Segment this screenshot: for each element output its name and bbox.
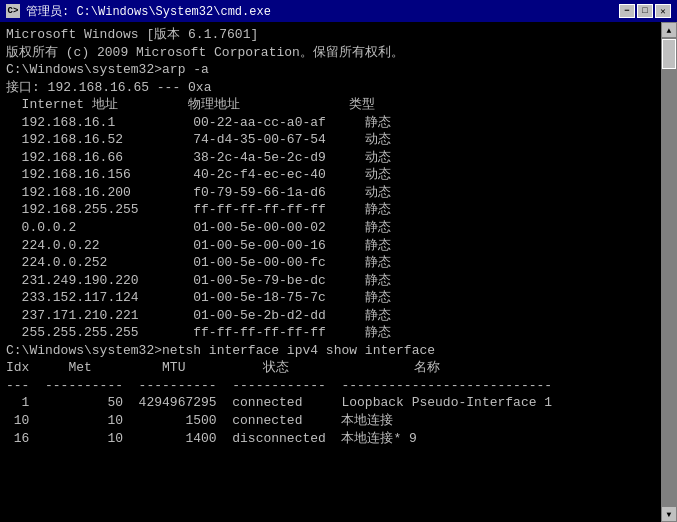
terminal-line: 接口: 192.168.16.65 --- 0xa (6, 79, 655, 97)
title-bar: C> 管理员: C:\Windows\System32\cmd.exe − □ … (0, 0, 677, 22)
terminal-line: Idx Met MTU 状态 名称 (6, 359, 655, 377)
terminal-line: 192.168.16.1 00-22-aa-cc-a0-af 静态 (6, 114, 655, 132)
terminal-line: --- ---------- ---------- ------------ -… (6, 377, 655, 395)
terminal-line: Microsoft Windows [版本 6.1.7601] (6, 26, 655, 44)
scrollbar[interactable]: ▲ ▼ (661, 22, 677, 522)
terminal-line: 192.168.255.255 ff-ff-ff-ff-ff-ff 静态 (6, 201, 655, 219)
title-bar-controls: − □ ✕ (619, 4, 671, 18)
scroll-thumb[interactable] (662, 39, 676, 69)
terminal-line: 10 10 1500 connected 本地连接 (6, 412, 655, 430)
terminal-line: 233.152.117.124 01-00-5e-18-75-7c 静态 (6, 289, 655, 307)
terminal-line: 版权所有 (c) 2009 Microsoft Corporation。保留所有… (6, 44, 655, 62)
terminal-line: 237.171.210.221 01-00-5e-2b-d2-dd 静态 (6, 307, 655, 325)
terminal-line: 192.168.16.52 74-d4-35-00-67-54 动态 (6, 131, 655, 149)
maximize-button[interactable]: □ (637, 4, 653, 18)
terminal-line: 192.168.16.200 f0-79-59-66-1a-d6 动态 (6, 184, 655, 202)
scroll-track (661, 38, 677, 506)
scroll-up-button[interactable]: ▲ (661, 22, 677, 38)
terminal-line: 224.0.0.22 01-00-5e-00-00-16 静态 (6, 237, 655, 255)
terminal-line: 224.0.0.252 01-00-5e-00-00-fc 静态 (6, 254, 655, 272)
terminal-line: 0.0.0.2 01-00-5e-00-00-02 静态 (6, 219, 655, 237)
terminal-line: C:\Windows\system32>arp -a (6, 61, 655, 79)
terminal-line: 255.255.255.255 ff-ff-ff-ff-ff-ff 静态 (6, 324, 655, 342)
cmd-icon: C> (6, 4, 20, 18)
terminal-line: C:\Windows\system32>netsh interface ipv4… (6, 342, 655, 360)
close-button[interactable]: ✕ (655, 4, 671, 18)
terminal-line: Internet 地址 物理地址 类型 (6, 96, 655, 114)
terminal-line: 192.168.16.156 40-2c-f4-ec-ec-40 动态 (6, 166, 655, 184)
terminal-line: 1 50 4294967295 connected Loopback Pseud… (6, 394, 655, 412)
title-bar-left: C> 管理员: C:\Windows\System32\cmd.exe (6, 3, 271, 20)
terminal-line: 16 10 1400 disconnected 本地连接* 9 (6, 430, 655, 448)
window-title: 管理员: C:\Windows\System32\cmd.exe (26, 3, 271, 20)
terminal[interactable]: Microsoft Windows [版本 6.1.7601]版权所有 (c) … (0, 22, 661, 522)
terminal-line: 192.168.16.66 38-2c-4a-5e-2c-d9 动态 (6, 149, 655, 167)
scroll-down-button[interactable]: ▼ (661, 506, 677, 522)
terminal-line: 231.249.190.220 01-00-5e-79-be-dc 静态 (6, 272, 655, 290)
terminal-wrapper: Microsoft Windows [版本 6.1.7601]版权所有 (c) … (0, 22, 677, 522)
minimize-button[interactable]: − (619, 4, 635, 18)
